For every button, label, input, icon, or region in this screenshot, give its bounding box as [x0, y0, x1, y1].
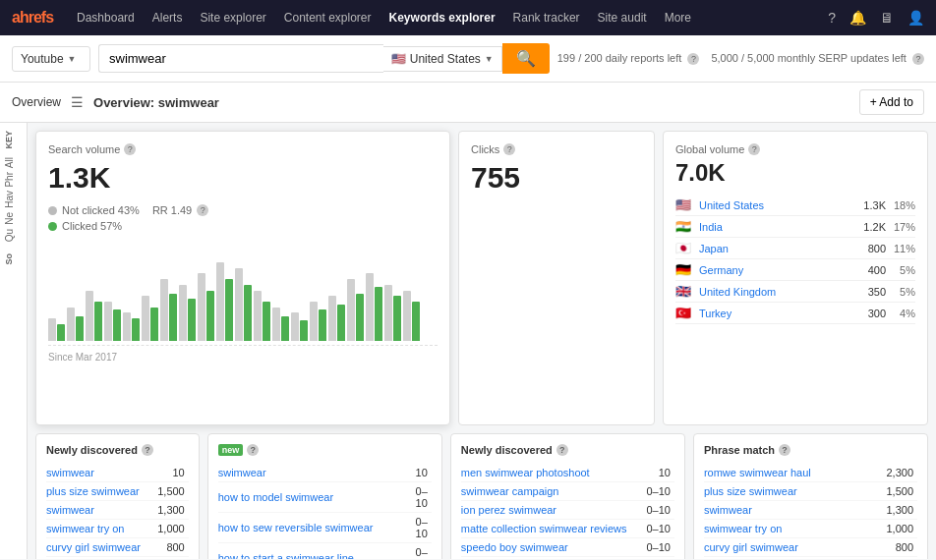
table-row: curvy girl swimwear 800	[704, 538, 917, 557]
bell-icon[interactable]: 🔔	[849, 10, 866, 26]
gv-row: 🇯🇵 Japan 800 11%	[675, 238, 915, 259]
rr-value: RR 1.49	[152, 204, 192, 216]
gv-country-name[interactable]: United Kingdom	[699, 286, 848, 298]
sidebar-phrase[interactable]: Phr	[4, 172, 15, 188]
nav-item-alerts[interactable]: Alerts	[145, 7, 191, 28]
gv-country-name[interactable]: India	[699, 221, 848, 233]
chart-bars	[48, 248, 438, 346]
gv-row: 🇩🇪 Germany 400 5%	[675, 259, 915, 281]
bar-gray	[160, 279, 168, 341]
nav-item-dashboard[interactable]: Dashboard	[69, 7, 143, 28]
kw-link[interactable]: curvy girl swimwear	[46, 541, 141, 553]
clicks-help-icon[interactable]: ?	[503, 143, 515, 155]
table-row: swimwear 1,300	[46, 501, 189, 520]
kw-link[interactable]: men swimwear photoshoot	[461, 467, 590, 478]
bar-group	[67, 308, 84, 341]
nd-title: Newly discovered ?	[46, 444, 189, 456]
bar-group	[347, 279, 364, 341]
kw-link[interactable]: swimwear campaign	[461, 485, 559, 497]
bar-group	[403, 291, 420, 341]
platform-caret: ▼	[68, 54, 77, 64]
sidebar-all[interactable]: All	[4, 157, 15, 168]
nav-item-more[interactable]: More	[657, 7, 699, 28]
nav-item-site-audit[interactable]: Site audit	[590, 7, 655, 28]
kw-link[interactable]: how to sew reversible swimwear	[218, 522, 374, 533]
kw-link[interactable]: swimwear	[46, 467, 94, 478]
kw-link[interactable]: plus size swimwear	[46, 485, 140, 497]
sv-card-title: Search volume ?	[48, 143, 438, 155]
kw-link[interactable]: how to model swimwear	[218, 491, 333, 503]
q-title: new ?	[218, 444, 432, 456]
bar-group	[235, 268, 252, 341]
country-select[interactable]: 🇺🇸 United States ▼	[383, 46, 502, 72]
gv-country-name[interactable]: United States	[699, 199, 848, 211]
nav-item-content-explorer[interactable]: Content explorer	[276, 7, 380, 28]
gv-country-name[interactable]: Turkey	[699, 308, 848, 319]
platform-select[interactable]: Youtube ▼	[12, 46, 90, 72]
page-title: Overview: swimwear	[93, 95, 219, 110]
bar-gray	[310, 302, 318, 341]
search-volume-card: Search volume ? 1.3K Not clicked 43% RR …	[35, 131, 450, 425]
clicked-dot	[48, 222, 57, 231]
gv-country-name[interactable]: Germany	[699, 264, 848, 276]
bar-green	[169, 294, 177, 341]
table-row: plus size swimwear 1,500	[46, 482, 189, 501]
add-to-button[interactable]: + Add to	[859, 89, 924, 115]
bar-gray	[142, 296, 149, 341]
kw-link[interactable]: swimwear	[218, 467, 266, 478]
gv-row: 🇹🇷 Turkey 300 4%	[675, 303, 915, 324]
phrase-match-table: Phrase match ? romwe swimwear haul 2,300…	[693, 433, 928, 559]
kw-link[interactable]: swimwear try on	[46, 523, 124, 534]
kw-link[interactable]: speedo boy swimwear	[461, 541, 568, 553]
nav-item-rank-tracker[interactable]: Rank tracker	[505, 7, 588, 28]
gv-volume: 350	[854, 286, 886, 298]
search-button[interactable]: 🔍	[502, 43, 550, 74]
gv-volume: 1.3K	[854, 199, 886, 211]
bar-gray	[179, 285, 187, 341]
kw-link[interactable]: plus size swimwear	[704, 485, 797, 497]
kw-link[interactable]: curvy girl swimwear	[704, 541, 798, 553]
daily-help-icon[interactable]: ?	[687, 53, 699, 65]
kw-link[interactable]: ion perez swimwear	[461, 504, 556, 516]
kw-link[interactable]: how to start a swimwear line	[218, 552, 354, 559]
kw-link[interactable]: matte collection swimwear reviews	[461, 523, 627, 534]
overview-tab[interactable]: Overview	[12, 95, 61, 109]
bar-green	[206, 291, 214, 341]
search-bar: Youtube ▼ 🇺🇸 United States ▼ 🔍 199 / 200…	[0, 35, 936, 83]
q-help-icon[interactable]: ?	[247, 444, 259, 456]
nd2-help-icon[interactable]: ?	[556, 444, 568, 456]
search-input[interactable]	[98, 44, 383, 73]
table-row: swimwear try on 1,000	[46, 520, 189, 538]
hamburger-icon[interactable]: ☰	[71, 94, 84, 110]
gv-help-icon[interactable]: ?	[748, 143, 760, 155]
kw-link[interactable]: swimwear try on	[704, 523, 782, 534]
gv-country-name[interactable]: Japan	[699, 243, 848, 254]
breadcrumb: Overview ☰ Overview: swimwear	[12, 94, 219, 110]
kw-link[interactable]: romwe swimwear haul	[704, 467, 811, 478]
sidebar-having[interactable]: Hav	[4, 191, 15, 208]
help-icon[interactable]: ?	[828, 10, 836, 26]
user-icon[interactable]: 👤	[907, 10, 924, 26]
questions-table: new ? swimwear 10 how to model swimwear …	[207, 433, 442, 559]
table-row: swimwear 1,300	[704, 501, 917, 520]
nav-item-site-explorer[interactable]: Site explorer	[192, 7, 273, 28]
country-flag: 🇺🇸	[391, 52, 406, 66]
monitor-icon[interactable]: 🖥	[880, 10, 894, 26]
bar-gray	[235, 268, 243, 341]
bar-gray	[384, 285, 392, 341]
nd-help-icon[interactable]: ?	[142, 444, 153, 456]
pm-help-icon[interactable]: ?	[779, 444, 790, 456]
kw-link[interactable]: swimwear	[46, 504, 94, 516]
table-row: how to sew reversible swimwear 0–10	[218, 513, 432, 543]
monthly-help-icon[interactable]: ?	[912, 53, 924, 65]
nav-item-keywords-explorer[interactable]: Keywords explorer	[381, 7, 503, 28]
gv-flag: 🇩🇪	[675, 262, 693, 277]
sidebar-questions[interactable]: Qu	[4, 229, 15, 242]
bar-group	[179, 285, 196, 341]
gv-flag: 🇹🇷	[675, 306, 693, 320]
sv-help-icon[interactable]: ?	[124, 143, 136, 155]
rr-help-icon[interactable]: ?	[197, 204, 208, 216]
bar-gray	[291, 312, 299, 341]
kw-link[interactable]: swimwear	[704, 504, 752, 516]
sidebar-newly[interactable]: Ne	[4, 212, 15, 225]
